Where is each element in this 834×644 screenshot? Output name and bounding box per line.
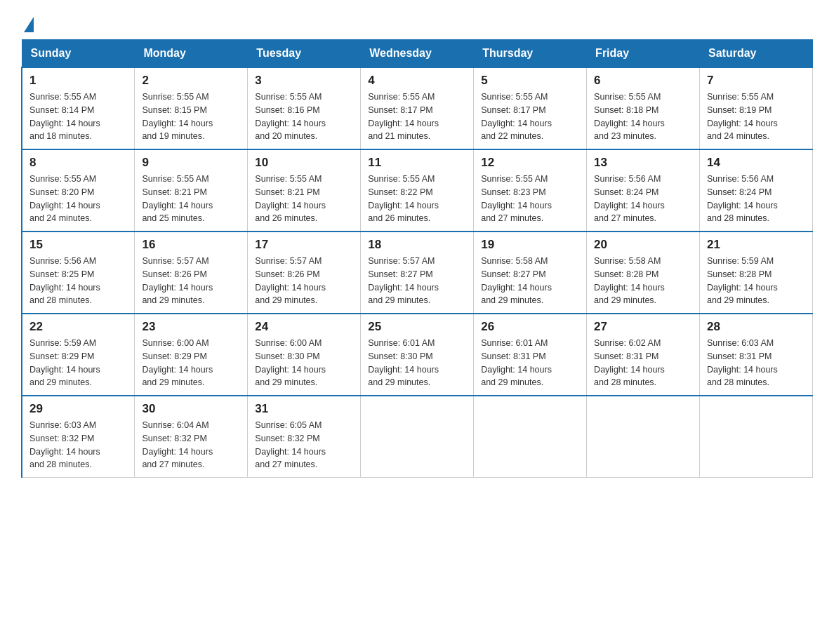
calendar-cell: 19 Sunrise: 5:58 AM Sunset: 8:27 PM Dayl… xyxy=(474,232,587,314)
calendar-week-row: 1 Sunrise: 5:55 AM Sunset: 8:14 PM Dayli… xyxy=(22,67,813,149)
col-header-monday: Monday xyxy=(135,40,248,68)
calendar-cell: 18 Sunrise: 5:57 AM Sunset: 8:27 PM Dayl… xyxy=(361,232,474,314)
day-info: Sunrise: 5:57 AM Sunset: 8:26 PM Dayligh… xyxy=(255,255,353,307)
day-number: 5 xyxy=(481,74,579,88)
calendar-cell: 23 Sunrise: 6:00 AM Sunset: 8:29 PM Dayl… xyxy=(135,314,248,396)
day-info: Sunrise: 5:55 AM Sunset: 8:18 PM Dayligh… xyxy=(594,90,692,143)
calendar-cell: 26 Sunrise: 6:01 AM Sunset: 8:31 PM Dayl… xyxy=(474,314,587,396)
day-info: Sunrise: 6:03 AM Sunset: 8:32 PM Dayligh… xyxy=(29,419,127,471)
calendar-cell: 25 Sunrise: 6:01 AM Sunset: 8:30 PM Dayl… xyxy=(361,314,474,396)
day-info: Sunrise: 6:04 AM Sunset: 8:32 PM Dayligh… xyxy=(142,419,240,471)
day-info: Sunrise: 5:58 AM Sunset: 8:27 PM Dayligh… xyxy=(481,255,579,307)
day-number: 17 xyxy=(255,238,353,252)
calendar-cell: 6 Sunrise: 5:55 AM Sunset: 8:18 PM Dayli… xyxy=(587,67,700,149)
col-header-sunday: Sunday xyxy=(22,40,135,68)
day-number: 18 xyxy=(368,238,466,252)
day-number: 13 xyxy=(594,156,692,170)
calendar-cell: 27 Sunrise: 6:02 AM Sunset: 8:31 PM Dayl… xyxy=(587,314,700,396)
day-info: Sunrise: 5:55 AM Sunset: 8:19 PM Dayligh… xyxy=(707,90,805,143)
calendar-cell: 30 Sunrise: 6:04 AM Sunset: 8:32 PM Dayl… xyxy=(135,396,248,478)
day-number: 23 xyxy=(142,320,240,334)
day-info: Sunrise: 5:55 AM Sunset: 8:14 PM Dayligh… xyxy=(29,90,127,143)
col-header-friday: Friday xyxy=(587,40,700,68)
day-number: 24 xyxy=(255,320,353,334)
calendar-cell: 22 Sunrise: 5:59 AM Sunset: 8:29 PM Dayl… xyxy=(22,314,135,396)
day-number: 10 xyxy=(255,156,353,170)
col-header-thursday: Thursday xyxy=(474,40,587,68)
calendar-week-row: 22 Sunrise: 5:59 AM Sunset: 8:29 PM Dayl… xyxy=(22,314,813,396)
col-header-tuesday: Tuesday xyxy=(248,40,361,68)
day-info: Sunrise: 5:56 AM Sunset: 8:24 PM Dayligh… xyxy=(707,173,805,225)
day-number: 2 xyxy=(142,74,240,88)
day-number: 19 xyxy=(481,238,579,252)
day-info: Sunrise: 6:03 AM Sunset: 8:31 PM Dayligh… xyxy=(707,337,805,389)
day-info: Sunrise: 5:56 AM Sunset: 8:24 PM Dayligh… xyxy=(594,173,692,225)
day-number: 20 xyxy=(594,238,692,252)
calendar-cell: 20 Sunrise: 5:58 AM Sunset: 8:28 PM Dayl… xyxy=(587,232,700,314)
calendar-week-row: 29 Sunrise: 6:03 AM Sunset: 8:32 PM Dayl… xyxy=(22,396,813,478)
day-number: 4 xyxy=(368,74,466,88)
day-number: 3 xyxy=(255,74,353,88)
calendar-cell: 2 Sunrise: 5:55 AM Sunset: 8:15 PM Dayli… xyxy=(135,67,248,149)
calendar-cell xyxy=(700,396,813,478)
day-info: Sunrise: 5:57 AM Sunset: 8:27 PM Dayligh… xyxy=(368,255,466,307)
day-info: Sunrise: 5:55 AM Sunset: 8:17 PM Dayligh… xyxy=(368,90,466,143)
calendar-cell: 9 Sunrise: 5:55 AM Sunset: 8:21 PM Dayli… xyxy=(135,149,248,232)
logo-triangle-icon xyxy=(24,17,34,32)
day-number: 9 xyxy=(142,156,240,170)
calendar-cell: 4 Sunrise: 5:55 AM Sunset: 8:17 PM Dayli… xyxy=(361,67,474,149)
calendar-cell: 5 Sunrise: 5:55 AM Sunset: 8:17 PM Dayli… xyxy=(474,67,587,149)
calendar-cell: 17 Sunrise: 5:57 AM Sunset: 8:26 PM Dayl… xyxy=(248,232,361,314)
calendar-week-row: 8 Sunrise: 5:55 AM Sunset: 8:20 PM Dayli… xyxy=(22,149,813,232)
day-info: Sunrise: 6:00 AM Sunset: 8:29 PM Dayligh… xyxy=(142,337,240,389)
day-info: Sunrise: 5:59 AM Sunset: 8:29 PM Dayligh… xyxy=(29,337,127,389)
day-number: 31 xyxy=(255,402,353,416)
day-info: Sunrise: 5:59 AM Sunset: 8:28 PM Dayligh… xyxy=(707,255,805,307)
day-number: 25 xyxy=(368,320,466,334)
day-number: 14 xyxy=(707,156,805,170)
day-info: Sunrise: 5:55 AM Sunset: 8:20 PM Dayligh… xyxy=(29,173,127,225)
calendar-cell: 10 Sunrise: 5:55 AM Sunset: 8:21 PM Dayl… xyxy=(248,149,361,232)
day-info: Sunrise: 5:55 AM Sunset: 8:21 PM Dayligh… xyxy=(255,173,353,225)
day-number: 7 xyxy=(707,74,805,88)
logo xyxy=(21,14,34,32)
day-info: Sunrise: 6:00 AM Sunset: 8:30 PM Dayligh… xyxy=(255,337,353,389)
calendar-cell: 8 Sunrise: 5:55 AM Sunset: 8:20 PM Dayli… xyxy=(22,149,135,232)
day-info: Sunrise: 5:55 AM Sunset: 8:16 PM Dayligh… xyxy=(255,90,353,143)
day-number: 6 xyxy=(594,74,692,88)
calendar-cell: 7 Sunrise: 5:55 AM Sunset: 8:19 PM Dayli… xyxy=(700,67,813,149)
day-info: Sunrise: 5:55 AM Sunset: 8:15 PM Dayligh… xyxy=(142,90,240,143)
calendar-cell xyxy=(361,396,474,478)
day-number: 11 xyxy=(368,156,466,170)
calendar-cell: 12 Sunrise: 5:55 AM Sunset: 8:23 PM Dayl… xyxy=(474,149,587,232)
calendar-header-row: SundayMondayTuesdayWednesdayThursdayFrid… xyxy=(22,40,813,68)
day-number: 27 xyxy=(594,320,692,334)
day-info: Sunrise: 5:55 AM Sunset: 8:21 PM Dayligh… xyxy=(142,173,240,225)
day-number: 28 xyxy=(707,320,805,334)
calendar-cell: 16 Sunrise: 5:57 AM Sunset: 8:26 PM Dayl… xyxy=(135,232,248,314)
calendar-table: SundayMondayTuesdayWednesdayThursdayFrid… xyxy=(21,39,813,478)
calendar-cell xyxy=(474,396,587,478)
calendar-cell: 24 Sunrise: 6:00 AM Sunset: 8:30 PM Dayl… xyxy=(248,314,361,396)
day-number: 26 xyxy=(481,320,579,334)
day-info: Sunrise: 5:58 AM Sunset: 8:28 PM Dayligh… xyxy=(594,255,692,307)
day-number: 22 xyxy=(29,320,127,334)
calendar-cell: 31 Sunrise: 6:05 AM Sunset: 8:32 PM Dayl… xyxy=(248,396,361,478)
day-number: 8 xyxy=(29,156,127,170)
calendar-cell: 14 Sunrise: 5:56 AM Sunset: 8:24 PM Dayl… xyxy=(700,149,813,232)
day-info: Sunrise: 6:01 AM Sunset: 8:31 PM Dayligh… xyxy=(481,337,579,389)
day-number: 16 xyxy=(142,238,240,252)
calendar-cell: 28 Sunrise: 6:03 AM Sunset: 8:31 PM Dayl… xyxy=(700,314,813,396)
day-info: Sunrise: 6:01 AM Sunset: 8:30 PM Dayligh… xyxy=(368,337,466,389)
calendar-cell: 3 Sunrise: 5:55 AM Sunset: 8:16 PM Dayli… xyxy=(248,67,361,149)
col-header-wednesday: Wednesday xyxy=(361,40,474,68)
calendar-cell: 11 Sunrise: 5:55 AM Sunset: 8:22 PM Dayl… xyxy=(361,149,474,232)
day-number: 12 xyxy=(481,156,579,170)
page-header xyxy=(21,14,813,32)
day-info: Sunrise: 5:55 AM Sunset: 8:22 PM Dayligh… xyxy=(368,173,466,225)
day-number: 30 xyxy=(142,402,240,416)
calendar-cell: 1 Sunrise: 5:55 AM Sunset: 8:14 PM Dayli… xyxy=(22,67,135,149)
day-number: 15 xyxy=(29,238,127,252)
calendar-week-row: 15 Sunrise: 5:56 AM Sunset: 8:25 PM Dayl… xyxy=(22,232,813,314)
calendar-cell: 29 Sunrise: 6:03 AM Sunset: 8:32 PM Dayl… xyxy=(22,396,135,478)
